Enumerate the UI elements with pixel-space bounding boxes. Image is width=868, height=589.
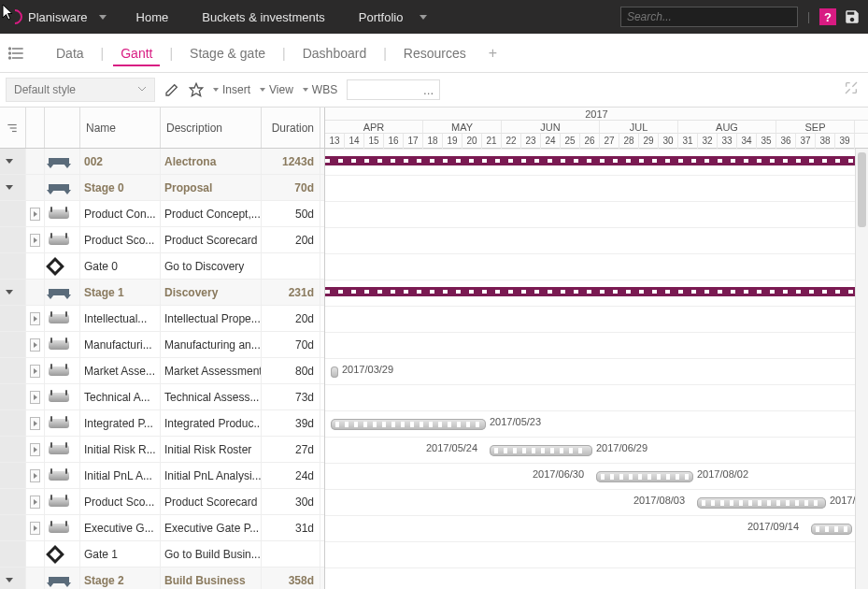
help-icon[interactable]: ? — [819, 8, 836, 25]
save-icon[interactable] — [844, 8, 861, 25]
table-row[interactable]: Stage 1Discovery231d — [0, 280, 324, 306]
wbs-menu[interactable]: WBS — [303, 83, 337, 96]
gantt-task-bar[interactable] — [490, 445, 592, 456]
cell-dur[interactable] — [262, 541, 320, 567]
cell-dur[interactable]: 30d — [262, 489, 320, 514]
view-menu[interactable]: View — [260, 83, 293, 96]
cell-desc[interactable]: Discovery — [161, 280, 262, 305]
cell-desc[interactable]: Proposal — [161, 175, 262, 200]
cell-dur[interactable]: 70d — [262, 175, 320, 200]
edit-icon[interactable] — [164, 82, 179, 97]
cell-desc[interactable]: Intellectual Prope... — [161, 306, 262, 331]
cell-dur[interactable]: 50d — [262, 201, 320, 226]
expand-toggle-icon[interactable] — [30, 391, 40, 404]
cell-dur[interactable]: 24d — [262, 463, 320, 488]
gantt-task-bar[interactable] — [811, 524, 852, 535]
cell-name[interactable]: Gate 0 — [80, 253, 161, 279]
cell-name[interactable]: 002 — [80, 149, 161, 174]
nav-buckets[interactable]: Buckets & investments — [185, 10, 342, 24]
cell-name[interactable]: Initial Risk R... — [80, 437, 161, 462]
table-row[interactable]: Intellectual...Intellectual Prope...20d — [0, 306, 324, 332]
expand-toggle-icon[interactable] — [30, 496, 40, 509]
cell-desc[interactable]: Alectrona — [161, 149, 262, 174]
cell-name[interactable]: Technical A... — [80, 384, 161, 409]
table-row[interactable]: Initial Risk R...Initial Risk Roster27d — [0, 437, 324, 463]
cell-dur[interactable]: 80d — [262, 358, 320, 383]
nav-portfolio[interactable]: Portfolio — [342, 10, 445, 24]
expand-toggle-icon[interactable] — [30, 338, 40, 352]
gantt-summary-bar[interactable] — [325, 287, 868, 296]
cell-dur[interactable]: 73d — [262, 384, 320, 409]
tab-data[interactable]: Data — [49, 46, 92, 61]
expand-toggle-icon[interactable] — [4, 156, 15, 167]
expand-toggle-icon[interactable] — [30, 522, 40, 535]
gantt-task-bar[interactable] — [331, 366, 338, 378]
outline-icon[interactable] — [7, 44, 26, 63]
cell-name[interactable]: Stage 1 — [80, 280, 161, 305]
cell-desc[interactable]: Executive Gate P... — [161, 515, 262, 540]
expand-toggle-icon[interactable] — [30, 312, 40, 325]
cell-desc[interactable]: Market Assessment — [161, 358, 262, 383]
insert-menu[interactable]: Insert — [213, 83, 250, 96]
table-row[interactable]: Product Sco...Product Scorecard30d — [0, 489, 324, 515]
table-row[interactable]: Integrated P...Integrated Produc...39d — [0, 410, 324, 437]
cell-dur[interactable]: 70d — [262, 332, 320, 357]
cell-desc[interactable]: Product Scorecard — [161, 227, 262, 252]
grid-header-name[interactable]: Name — [80, 108, 161, 148]
cell-desc[interactable]: Product Scorecard — [161, 489, 262, 514]
table-row[interactable]: Stage 0Proposal70d — [0, 175, 324, 201]
nav-home[interactable]: Home — [120, 10, 186, 24]
search-input[interactable] — [620, 7, 798, 27]
cell-name[interactable]: Product Sco... — [80, 489, 161, 514]
cell-desc[interactable]: Integrated Produc... — [161, 410, 262, 436]
table-row[interactable]: Market Asse...Market Assessment80d — [0, 358, 324, 384]
tab-dashboard[interactable]: Dashboard — [295, 46, 375, 61]
cell-name[interactable]: Intellectual... — [80, 306, 161, 331]
cell-dur[interactable]: 31d — [262, 515, 320, 540]
gantt-chart[interactable]: 2017 APRMAYJUNJULAUGSEP 1314151617181920… — [325, 108, 868, 589]
style-combo[interactable]: Default style — [6, 78, 155, 102]
vertical-scrollbar[interactable] — [855, 149, 868, 589]
table-row[interactable]: Manufacturi...Manufacturing an...70d — [0, 332, 324, 358]
cell-name[interactable]: Executive G... — [80, 515, 161, 540]
expand-toggle-icon[interactable] — [30, 417, 40, 430]
table-row[interactable]: Technical A...Technical Assess...73d — [0, 384, 324, 410]
table-row[interactable]: Stage 2Build Business358d — [0, 567, 324, 589]
cell-name[interactable]: Stage 0 — [80, 175, 161, 200]
gantt-task-bar[interactable] — [331, 419, 486, 430]
grid-header-duration[interactable]: Duration — [262, 108, 320, 148]
add-tab-icon[interactable]: + — [489, 45, 497, 62]
cell-name[interactable]: Product Sco... — [80, 227, 161, 252]
wbs-goto-input[interactable] — [347, 79, 440, 100]
table-row[interactable]: Initial PnL A...Initial PnL Analysi...24… — [0, 463, 324, 489]
cell-dur[interactable]: 358d — [262, 567, 320, 589]
cell-name[interactable]: Market Asse... — [80, 358, 161, 383]
cell-dur[interactable]: 27d — [262, 437, 320, 462]
expand-toggle-icon[interactable] — [30, 234, 40, 247]
cell-dur[interactable]: 20d — [262, 227, 320, 252]
table-row[interactable]: Product Sco...Product Scorecard20d — [0, 227, 324, 253]
gantt-summary-bar[interactable] — [325, 156, 868, 165]
brand-menu[interactable]: Planisware — [7, 9, 107, 24]
cell-desc[interactable]: Initial PnL Analysi... — [161, 463, 262, 488]
cell-name[interactable]: Product Con... — [80, 201, 161, 226]
cell-desc[interactable]: Manufacturing an... — [161, 332, 262, 357]
cell-desc[interactable]: Go to Build Busin... — [161, 541, 262, 567]
tab-resources[interactable]: Resources — [396, 46, 474, 61]
cell-dur[interactable]: 1243d — [262, 149, 320, 174]
gantt-task-bar[interactable] — [697, 497, 826, 509]
cell-dur[interactable]: 39d — [262, 410, 320, 436]
cell-name[interactable]: Integrated P... — [80, 410, 161, 436]
grid-header-description[interactable]: Description — [161, 108, 262, 148]
tab-gantt[interactable]: Gantt — [113, 46, 160, 66]
table-row[interactable]: Gate 0Go to Discovery — [0, 253, 324, 280]
table-row[interactable]: Executive G...Executive Gate P...31d — [0, 515, 324, 541]
cell-name[interactable]: Stage 2 — [80, 567, 161, 589]
cell-name[interactable]: Initial PnL A... — [80, 463, 161, 488]
cell-desc[interactable]: Build Business — [161, 567, 262, 589]
cell-name[interactable]: Gate 1 — [80, 541, 161, 567]
star-icon[interactable] — [189, 82, 204, 97]
expand-toggle-icon[interactable] — [30, 208, 40, 221]
grid-body[interactable]: 002Alectrona1243dStage 0Proposal70dProdu… — [0, 149, 324, 589]
table-row[interactable]: 002Alectrona1243d — [0, 149, 324, 175]
